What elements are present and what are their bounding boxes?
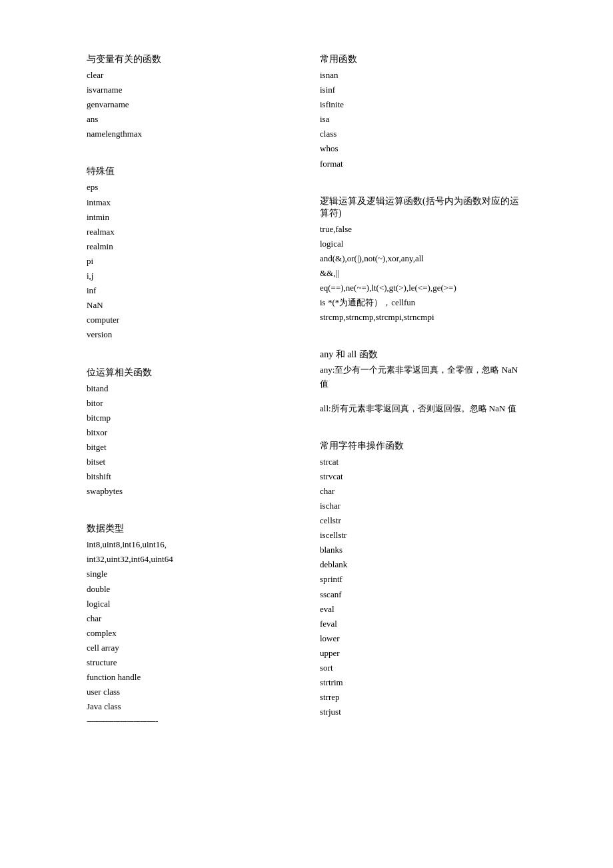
item-genvarname: genvarname bbox=[87, 97, 293, 112]
item-nan: NaN bbox=[87, 298, 293, 313]
section-special-values-title: 特殊值 bbox=[87, 165, 293, 177]
section-string-functions-title: 常用字符串操作函数 bbox=[320, 440, 526, 452]
item-single: single bbox=[87, 567, 293, 581]
section-common-functions: 常用函数 isnan isinf isfinite isa class whos… bbox=[320, 53, 526, 171]
item-divider: -------------------------------- bbox=[87, 714, 293, 729]
item-sort: sort bbox=[320, 661, 526, 675]
item-is-wildcard: is *(*为通配符），cellfun bbox=[320, 295, 526, 310]
section-var-functions: 与变量有关的函数 clear isvarname genvarname ans … bbox=[87, 53, 293, 141]
section-data-types-title: 数据类型 bbox=[87, 523, 293, 535]
section-var-functions-title: 与变量有关的函数 bbox=[87, 53, 293, 65]
item-char: char bbox=[87, 611, 293, 626]
item-cellstr: cellstr bbox=[320, 513, 526, 528]
item-function-handle: function handle bbox=[87, 670, 293, 685]
item-int8: int8,uint8,int16,uint16, bbox=[87, 537, 293, 552]
item-char-str: char bbox=[320, 484, 526, 499]
item-inf: inf bbox=[87, 283, 293, 298]
item-eq-ne: eq(==),ne(~=),lt(<),gt(>),le(<=),ge(>=) bbox=[320, 281, 526, 295]
item-and-or: and(&),or(|),not(~),xor,any,all bbox=[320, 251, 526, 266]
section-logical-ops-title: 逻辑运算及逻辑运算函数(括号内为函数对应的运算符) bbox=[320, 195, 526, 219]
item-intmax: intmax bbox=[87, 195, 293, 210]
item-ans: ans bbox=[87, 112, 293, 127]
item-double: double bbox=[87, 582, 293, 597]
item-isfinite: isfinite bbox=[320, 97, 526, 112]
item-intmin: intmin bbox=[87, 210, 293, 225]
item-bitget: bitget bbox=[87, 440, 293, 455]
item-strjust: strjust bbox=[320, 705, 526, 719]
item-eval: eval bbox=[320, 602, 526, 617]
item-bitor: bitor bbox=[87, 396, 293, 411]
item-isnan: isnan bbox=[320, 68, 526, 83]
item-logical: logical bbox=[87, 597, 293, 611]
item-blanks: blanks bbox=[320, 543, 526, 557]
item-isvarname: isvarname bbox=[87, 83, 293, 97]
item-computer: computer bbox=[87, 313, 293, 327]
item-logical-func: logical bbox=[320, 237, 526, 251]
item-sprintf: sprintf bbox=[320, 572, 526, 587]
item-whos: whos bbox=[320, 141, 526, 156]
item-namelengthmax: namelengthmax bbox=[87, 127, 293, 141]
item-all-desc: all:所有元素非零返回真，否则返回假。忽略 NaN 值 bbox=[320, 402, 526, 416]
item-lower: lower bbox=[320, 631, 526, 646]
item-ischar: ischar bbox=[320, 499, 526, 513]
item-bitxor: bitxor bbox=[87, 425, 293, 440]
item-realmax: realmax bbox=[87, 225, 293, 239]
item-int32: int32,uint32,int64,uint64 bbox=[87, 552, 293, 567]
item-structure: structure bbox=[87, 655, 293, 670]
item-bitset: bitset bbox=[87, 455, 293, 469]
item-bitand: bitand bbox=[87, 381, 293, 396]
section-common-functions-title: 常用函数 bbox=[320, 53, 526, 65]
item-iscellstr: iscellstr bbox=[320, 528, 526, 543]
item-strcat: strcat bbox=[320, 455, 526, 469]
item-format: format bbox=[320, 157, 526, 171]
section-any-all-title: any 和 all 函数 bbox=[320, 349, 526, 361]
item-feval: feval bbox=[320, 617, 526, 631]
section-string-functions: 常用字符串操作函数 strcat strvcat char ischar cel… bbox=[320, 440, 526, 720]
item-pi: pi bbox=[87, 254, 293, 269]
item-complex: complex bbox=[87, 626, 293, 641]
item-version: version bbox=[87, 327, 293, 342]
item-eps: eps bbox=[87, 180, 293, 195]
section-bit-functions: 位运算相关函数 bitand bitor bitcmp bitxor bitge… bbox=[87, 367, 293, 499]
item-clear: clear bbox=[87, 68, 293, 83]
item-isa: isa bbox=[320, 112, 526, 127]
page-content: 与变量有关的函数 clear isvarname genvarname ans … bbox=[0, 0, 613, 779]
item-user-class: user class bbox=[87, 685, 293, 699]
item-ij: i,j bbox=[87, 269, 293, 283]
item-bitshift: bitshift bbox=[87, 469, 293, 484]
section-data-types: 数据类型 int8,uint8,int16,uint16, int32,uint… bbox=[87, 523, 293, 729]
item-realmin: realmin bbox=[87, 239, 293, 254]
item-any-desc: any:至少有一个元素非零返回真，全零假，忽略 NaN 值 bbox=[320, 363, 526, 391]
item-sscanf: sscanf bbox=[320, 587, 526, 602]
item-strvcat: strvcat bbox=[320, 469, 526, 484]
item-strcmp: strcmp,strncmp,strcmpi,strncmpi bbox=[320, 310, 526, 325]
item-short-circuit: &&,|| bbox=[320, 266, 526, 281]
section-logical-ops: 逻辑运算及逻辑运算函数(括号内为函数对应的运算符) true,false log… bbox=[320, 195, 526, 325]
item-true-false: true,false bbox=[320, 222, 526, 237]
left-column: 与变量有关的函数 clear isvarname genvarname ans … bbox=[87, 53, 293, 739]
item-upper: upper bbox=[320, 646, 526, 661]
item-isinf: isinf bbox=[320, 83, 526, 97]
item-bitcmp: bitcmp bbox=[87, 411, 293, 425]
item-deblank: deblank bbox=[320, 557, 526, 572]
section-any-all: any 和 all 函数 any:至少有一个元素非零返回真，全零假，忽略 NaN… bbox=[320, 349, 526, 415]
item-swapbytes: swapbytes bbox=[87, 484, 293, 499]
item-strtrim: strtrim bbox=[320, 675, 526, 690]
section-special-values: 特殊值 eps intmax intmin realmax realmin pi… bbox=[87, 165, 293, 342]
right-column: 常用函数 isnan isinf isfinite isa class whos… bbox=[320, 53, 526, 739]
item-strrep: strrep bbox=[320, 690, 526, 705]
item-cell-array: cell array bbox=[87, 641, 293, 655]
section-bit-functions-title: 位运算相关函数 bbox=[87, 367, 293, 379]
item-class: class bbox=[320, 127, 526, 141]
item-java-class: Java class bbox=[87, 699, 293, 714]
